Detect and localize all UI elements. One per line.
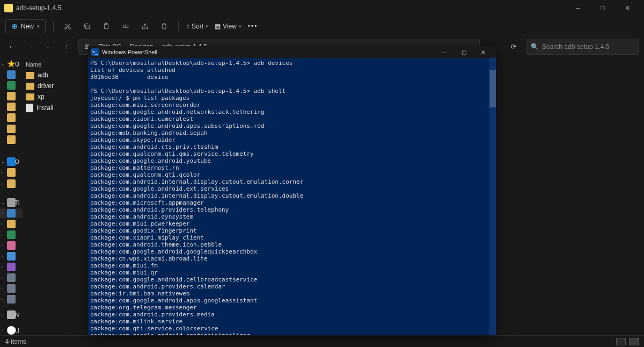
sidebar-item-drive[interactable]: ›	[0, 294, 23, 304]
rename-button[interactable]	[119, 20, 132, 33]
terminal-output[interactable]: PS C:\Users\mosilafa\Desktop\adb-setup-1…	[88, 58, 496, 335]
icons-view-button[interactable]	[629, 338, 639, 345]
chevron-down-icon: ▾	[206, 24, 208, 29]
ps-minimize-button[interactable]: —	[435, 46, 454, 58]
item-label: driver	[38, 82, 54, 90]
sidebar-item-folder[interactable]	[0, 102, 23, 112]
sidebar-item[interactable]: ›	[0, 251, 23, 261]
item-count: 4 items	[5, 338, 26, 345]
drive-icon	[7, 295, 16, 303]
sidebar-item[interactable]: ›	[0, 230, 23, 240]
cut-button[interactable]	[61, 20, 74, 33]
sidebar-item[interactable]: ›	[0, 219, 23, 229]
folder-icon	[26, 83, 34, 90]
sidebar-item-drive[interactable]: ›	[0, 284, 23, 293]
cloud-icon	[7, 157, 16, 166]
drive-icon	[7, 273, 16, 282]
sidebar-item-drive[interactable]: ›	[0, 273, 23, 283]
folder-icon	[26, 72, 34, 79]
up-button[interactable]: ↑	[60, 40, 73, 53]
sidebar-item-downloads[interactable]	[0, 81, 23, 90]
pc-icon	[7, 198, 16, 207]
minimize-button[interactable]: –	[566, 0, 590, 16]
sidebar-item[interactable]: ›	[0, 262, 23, 272]
terminal-text: PS C:\Users\mosilafa\Desktop\adb-setup-1…	[90, 60, 494, 335]
thispc-section[interactable]: ⌄Tl	[0, 198, 23, 207]
sidebar-item-folder[interactable]	[0, 124, 23, 133]
chevron-right-icon: ›	[1, 328, 3, 333]
pictures-icon	[7, 252, 16, 261]
item-label: xp	[38, 93, 45, 100]
window-titlebar: adb-setup-1.4.5 – □ ✕	[0, 0, 644, 16]
folder-item[interactable]: adb	[23, 70, 88, 81]
back-button[interactable]: ←	[5, 40, 18, 53]
search-icon: 🔍	[531, 43, 539, 50]
search-placeholder: Search adb-setup-1.4.5	[542, 43, 609, 50]
download-icon	[7, 230, 16, 239]
divider	[178, 21, 179, 32]
forward-button[interactable]: →	[24, 40, 36, 53]
details-view-button[interactable]	[616, 338, 626, 345]
sidebar-item[interactable]: ›	[0, 208, 23, 218]
chevron-right-icon: ›	[1, 254, 3, 259]
chevron-down-icon: ▾	[37, 24, 40, 29]
copy-button[interactable]	[80, 20, 93, 33]
ps-close-button[interactable]: ✕	[473, 46, 493, 58]
item-label: Install	[36, 104, 53, 112]
chevron-right-icon: ›	[1, 297, 3, 302]
powershell-window: >_ Windows PowerShell — ▢ ✕ PS C:\Users\…	[88, 46, 496, 335]
sort-button[interactable]: ↕ Sort ▾	[186, 23, 208, 30]
sidebar-item-folder[interactable]: ›	[0, 168, 23, 177]
linux-icon	[7, 326, 16, 335]
onedrive-section[interactable]: ⌄O	[0, 157, 23, 167]
file-list: Name adbdriverxpInstall	[23, 57, 88, 335]
chevron-down-icon: ⌄	[1, 159, 5, 164]
chevron-right-icon: ›	[1, 275, 3, 280]
quick-access[interactable]: ⌄Q	[0, 59, 23, 69]
folder-item[interactable]: driver	[23, 81, 88, 91]
chevron-right-icon: ›	[1, 264, 3, 270]
recent-dropdown-icon[interactable]: ⌄	[42, 40, 55, 53]
navigation-pane: ⌄Q ⌄O › › ⌄Tl › › › › › › › › › ›N ›Li	[0, 57, 23, 335]
new-button[interactable]: ⊕ New ▾	[5, 19, 46, 33]
ps-maximize-button[interactable]: ▢	[454, 46, 473, 58]
powershell-icon: >_	[91, 48, 99, 56]
chevron-right-icon: ›	[1, 312, 3, 317]
chevron-down-icon: ▾	[239, 24, 241, 29]
command-bar: ⊕ New ▾ ↕ Sort ▾ ▦ View ▾ •••	[0, 16, 644, 37]
svg-rect-2	[86, 25, 90, 29]
view-button[interactable]: ▦ View ▾	[215, 23, 241, 30]
sidebar-item-folder[interactable]	[0, 135, 23, 144]
delete-button[interactable]	[158, 20, 171, 33]
music-icon	[7, 241, 16, 250]
sidebar-item-folder[interactable]: ›	[0, 179, 23, 189]
content-area: >_ Windows PowerShell — ▢ ✕ PS C:\Users\…	[88, 57, 644, 335]
network-icon	[7, 310, 16, 319]
paste-button[interactable]	[100, 20, 113, 33]
desktop-icon	[7, 209, 16, 218]
file-item[interactable]: Install	[23, 102, 88, 114]
share-button[interactable]	[138, 20, 151, 33]
folder-item[interactable]: xp	[23, 91, 88, 102]
svg-point-0	[65, 27, 67, 30]
download-icon	[7, 81, 16, 90]
close-button[interactable]: ✕	[615, 0, 640, 16]
scrollbar-thumb[interactable]	[489, 70, 496, 107]
chevron-right-icon: ›	[1, 211, 3, 216]
column-header-name[interactable]: Name	[23, 59, 88, 70]
window-title: adb-setup-1.4.5	[16, 4, 566, 12]
search-input[interactable]: 🔍 Search adb-setup-1.4.5	[526, 39, 639, 55]
sidebar-item-folder[interactable]	[0, 91, 23, 101]
maximize-button[interactable]: □	[590, 0, 615, 16]
view-icon: ▦	[215, 23, 221, 30]
refresh-button[interactable]: ⟳	[506, 39, 522, 55]
sidebar-item[interactable]: ›	[0, 241, 23, 250]
folder-icon	[26, 93, 34, 100]
linux-section[interactable]: ›Li	[0, 326, 23, 335]
sidebar-item-desktop[interactable]	[0, 70, 23, 79]
network-section[interactable]: ›N	[0, 310, 23, 320]
folder-icon	[7, 220, 16, 228]
sidebar-item-folder[interactable]	[0, 113, 23, 122]
ps-titlebar[interactable]: >_ Windows PowerShell — ▢ ✕	[88, 46, 496, 58]
overflow-button[interactable]: •••	[248, 23, 258, 30]
